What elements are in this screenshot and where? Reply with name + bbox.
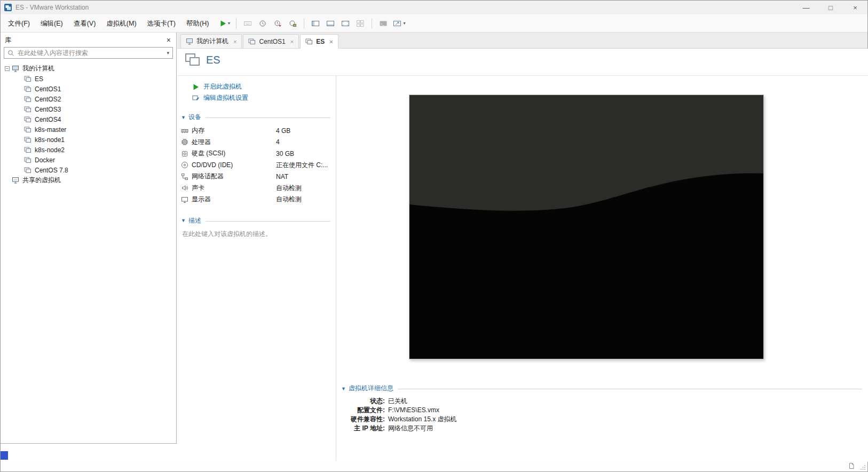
processor-icon: [180, 138, 189, 146]
description-placeholder[interactable]: 在此处键入对该虚拟机的描述。: [182, 230, 336, 239]
detail-row: 状态:已关机: [341, 397, 862, 406]
section-rule: [398, 389, 862, 389]
tab-close-icon[interactable]: ×: [329, 38, 333, 45]
tab-close-icon[interactable]: ×: [233, 38, 236, 45]
device-row-sound[interactable]: 声卡自动检测: [177, 183, 336, 194]
library-title: 库: [5, 36, 11, 45]
snapshot-manage-button[interactable]: [286, 17, 299, 30]
show-library-button[interactable]: [309, 17, 322, 30]
sound-icon: [180, 184, 189, 192]
library-search-box[interactable]: ▾: [4, 47, 173, 59]
devices-section-header[interactable]: ▼ 设备: [181, 113, 330, 122]
fullscreen-icon: [341, 20, 350, 27]
tree-node-es[interactable]: ES: [1, 74, 176, 84]
resize-grip[interactable]: [861, 465, 866, 470]
unity-button[interactable]: [354, 17, 367, 30]
maximize-button[interactable]: □: [818, 1, 843, 14]
menu-tabs[interactable]: 选项卡(T): [142, 14, 181, 33]
search-input[interactable]: [18, 49, 167, 57]
fullscreen-button[interactable]: [339, 17, 352, 30]
collapse-icon[interactable]: −: [5, 66, 10, 71]
menu-file[interactable]: 文件(F): [3, 14, 35, 33]
display-stretch-button[interactable]: ▾: [392, 17, 406, 30]
tree-node-docker[interactable]: Docker: [1, 155, 176, 165]
vm-page-icon: [185, 53, 201, 67]
details-section-header[interactable]: ▼ 虚拟机详细信息: [341, 384, 862, 393]
vm-icon: [24, 127, 31, 133]
dropdown-caret-icon[interactable]: ▾: [228, 21, 230, 26]
vm-tree: −我的计算机ESCentOS1CentOS2CentOS3CentOS4k8s-…: [1, 64, 176, 185]
tree-node-centos-7-8[interactable]: CentOS 7.8: [1, 165, 176, 175]
snapshot-revert-button[interactable]: [271, 17, 284, 30]
menu-bar: 文件(F)编辑(E)查看(V)虚拟机(M)选项卡(T)帮助(H): [3, 14, 214, 33]
console-button[interactable]: >_: [377, 17, 390, 30]
section-rule: [206, 221, 330, 222]
close-button[interactable]: ×: [843, 1, 867, 14]
snapshot-take-button[interactable]: [256, 17, 269, 30]
vmware-app-icon: [4, 3, 12, 12]
stretch-icon: [393, 20, 401, 27]
search-icon: [7, 50, 14, 57]
device-row-processor[interactable]: 处理器4: [177, 137, 336, 148]
dropdown-caret-icon[interactable]: ▾: [403, 21, 405, 26]
vm-icon: [24, 147, 31, 153]
play-icon: [220, 20, 226, 27]
device-row-network[interactable]: 网络适配器NAT: [177, 171, 336, 183]
memory-icon: [180, 127, 189, 135]
vm-summary-page: ES 开启此虚拟机编辑虚拟机设置 ▼ 设备 内存4 GB处理器4硬盘 (SCSI…: [177, 49, 868, 462]
tab-1-centos1[interactable]: CentOS1×: [243, 34, 299, 49]
action-edit-vm-settings[interactable]: 编辑虚拟机设置: [192, 92, 336, 104]
power-on-button[interactable]: ▾: [218, 17, 231, 30]
menu-help[interactable]: 帮助(H): [181, 14, 214, 33]
description-section-header[interactable]: ▼ 描述: [181, 216, 330, 225]
details-rows: 状态:已关机配置文件:F:\VM\ES\ES.vmx硬件兼容性:Workstat…: [341, 397, 862, 433]
menu-vm[interactable]: 虚拟机(M): [101, 14, 141, 33]
keyboard-icon: [243, 20, 252, 27]
device-row-display[interactable]: 显示器自动检测: [177, 194, 336, 206]
svg-text:>_: >_: [381, 22, 385, 25]
tree-node-k8s-node2[interactable]: k8s-node2: [1, 145, 176, 155]
tab-2-es[interactable]: ES×: [300, 34, 338, 49]
tab-close-icon[interactable]: ×: [290, 38, 294, 45]
tree-node-shared-vms[interactable]: 共享的虚拟机: [1, 175, 176, 185]
menu-view[interactable]: 查看(V): [68, 14, 101, 33]
detail-row: 硬件兼容性:Workstation 15.x 虚拟机: [341, 415, 862, 424]
details-section-title: 虚拟机详细信息: [349, 384, 393, 393]
snapshot-take-icon: [259, 20, 267, 27]
library-sidebar: 库 × ▾ −我的计算机ESCentOS1CentOS2CentOS3CentO…: [1, 33, 177, 444]
vm-preview-screenshot[interactable]: [409, 95, 764, 359]
vm-icon: [24, 137, 31, 143]
devices-list: 内存4 GB处理器4硬盘 (SCSI)30 GBCD/DVD (IDE)正在使用…: [177, 125, 336, 206]
tab-0-item[interactable]: 我的计算机×: [180, 34, 242, 49]
library-close-icon[interactable]: ×: [167, 36, 171, 44]
device-row-disk[interactable]: 硬盘 (SCSI)30 GB: [177, 148, 336, 160]
edit-settings-icon: [192, 95, 200, 101]
tree-node-centos2[interactable]: CentOS2: [1, 94, 176, 104]
library-header: 库 ×: [1, 33, 176, 45]
cd-icon: [180, 161, 189, 169]
send-ctrl-alt-del-button[interactable]: [241, 17, 254, 30]
disk-icon: [180, 150, 189, 158]
search-dropdown-caret-icon[interactable]: ▾: [167, 50, 169, 56]
tree-node-centos4[interactable]: CentOS4: [1, 114, 176, 124]
display-icon: [180, 196, 189, 203]
vmware-workstation-window: ES - VMware Workstation — □ × 文件(F)编辑(E)…: [0, 0, 868, 472]
device-row-cd[interactable]: CD/DVD (IDE)正在使用文件 C:...: [177, 160, 336, 171]
vm-tab-icon: [248, 38, 256, 45]
tree-node-my-computer[interactable]: −我的计算机: [1, 64, 176, 74]
devices-section-title: 设备: [188, 113, 201, 122]
tree-node-k8s-node1[interactable]: k8s-node1: [1, 135, 176, 145]
detail-row: 配置文件:F:\VM\ES\ES.vmx: [341, 406, 862, 415]
device-row-memory[interactable]: 内存4 GB: [177, 125, 336, 137]
tree-node-k8s-master[interactable]: k8s-master: [1, 124, 176, 135]
action-power-on-vm[interactable]: 开启此虚拟机: [192, 81, 336, 92]
menu-edit[interactable]: 编辑(E): [35, 14, 68, 33]
minimize-button[interactable]: —: [794, 1, 818, 14]
tree-node-centos1[interactable]: CentOS1: [1, 84, 176, 94]
collapse-triangle-icon: ▼: [341, 386, 346, 391]
tree-node-centos3[interactable]: CentOS3: [1, 104, 176, 114]
show-thumbnail-bar-button[interactable]: [324, 17, 337, 30]
status-doc-icon[interactable]: [848, 462, 855, 469]
tab-strip: 我的计算机×CentOS1×ES×: [177, 33, 867, 49]
collapse-triangle-icon: ▼: [181, 218, 186, 223]
